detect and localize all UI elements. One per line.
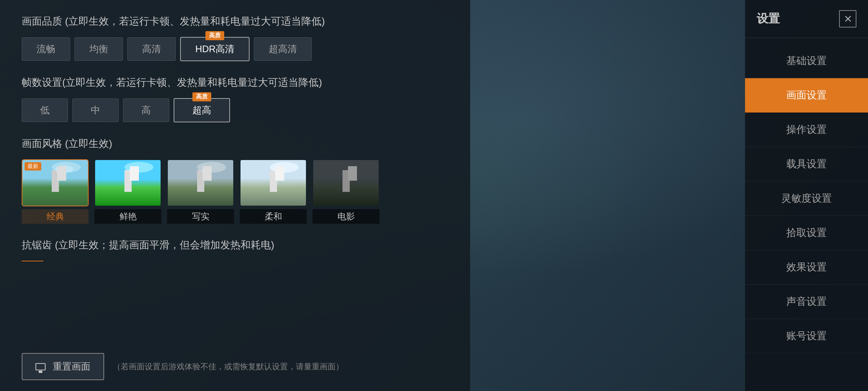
- antialias-section: 抗锯齿 (立即生效；提高画面平滑，但会增加发热和耗电): [22, 238, 448, 261]
- style-soft-thumb: [240, 159, 307, 206]
- main-panel: 画面品质 (立即生效，若运行卡顿、发热量和耗电量过大可适当降低) 流畅 均衡 高…: [0, 0, 470, 391]
- quality-balanced-btn[interactable]: 均衡: [75, 37, 123, 61]
- style-soft[interactable]: 柔和: [240, 159, 307, 224]
- sidebar-nav: 基础设置 画面设置 操作设置 载具设置 灵敏度设置 拾取设置 效果设置 声音设置…: [745, 38, 868, 391]
- quality-section: 画面品质 (立即生效，若运行卡顿、发热量和耗电量过大可适当降低) 流畅 均衡 高…: [22, 14, 448, 61]
- fps-medium-btn[interactable]: 中: [72, 98, 119, 122]
- quality-btn-row: 流畅 均衡 高清 高质 HDR高清 超高清: [22, 37, 448, 61]
- sidebar-item-operation[interactable]: 操作设置: [745, 113, 868, 147]
- sidebar-header: 设置 ✕: [745, 0, 868, 38]
- quality-hdr-btn[interactable]: 高质 HDR高清: [180, 37, 250, 61]
- style-realistic-thumb: [167, 159, 234, 206]
- quality-smooth-btn[interactable]: 流畅: [22, 37, 70, 61]
- style-grid: 最新 经典 鲜艳 写实: [22, 159, 448, 224]
- fps-ultra-badge: 高质: [192, 92, 211, 101]
- style-soft-label: 柔和: [240, 209, 307, 224]
- sidebar-item-sensitivity[interactable]: 灵敏度设置: [745, 181, 868, 216]
- sidebar-item-effects[interactable]: 效果设置: [745, 250, 868, 285]
- sidebar-title: 设置: [757, 11, 780, 27]
- quality-ultra-btn[interactable]: 超高清: [254, 37, 312, 61]
- antialias-title: 抗锯齿 (立即生效；提高画面平滑，但会增加发热和耗电): [22, 238, 448, 252]
- style-classic[interactable]: 最新 经典: [22, 159, 89, 224]
- fps-section: 帧数设置(立即生效，若运行卡顿、发热量和耗电量过大可适当降低) 低 中 高 高质…: [22, 76, 448, 122]
- style-cinematic-thumb: [312, 159, 379, 206]
- sidebar-item-pickup[interactable]: 拾取设置: [745, 216, 868, 250]
- sidebar-item-audio[interactable]: 声音设置: [745, 285, 868, 319]
- fps-title: 帧数设置(立即生效，若运行卡顿、发热量和耗电量过大可适当降低): [22, 76, 448, 89]
- style-title: 画面风格 (立即生效): [22, 137, 448, 151]
- sidebar-item-vehicle[interactable]: 载具设置: [745, 147, 868, 181]
- sidebar-item-display[interactable]: 画面设置: [745, 78, 868, 113]
- monitor-icon: [35, 363, 46, 370]
- fps-btn-row: 低 中 高 高质 超高: [22, 98, 448, 122]
- sidebar-item-basic[interactable]: 基础设置: [745, 44, 868, 78]
- fps-high-btn[interactable]: 高: [123, 98, 169, 122]
- fps-low-btn[interactable]: 低: [22, 98, 68, 122]
- style-vivid-thumb: [94, 159, 161, 206]
- reset-hint: （若画面设置后游戏体验不佳，或需恢复默认设置，请量重画面）: [113, 361, 344, 372]
- sidebar-item-account[interactable]: 账号设置: [745, 319, 868, 353]
- style-realistic[interactable]: 写实: [167, 159, 234, 224]
- hdr-badge: 高质: [205, 31, 224, 40]
- style-classic-label: 经典: [22, 209, 89, 224]
- bottom-bar: 重置画面 （若画面设置后游戏体验不佳，或需恢复默认设置，请量重画面）: [22, 353, 448, 380]
- reset-button[interactable]: 重置画面: [22, 353, 104, 380]
- style-section: 画面风格 (立即生效) 最新 经典: [22, 137, 448, 224]
- style-classic-thumb: 最新: [22, 159, 89, 206]
- style-vivid-label: 鲜艳: [94, 209, 161, 224]
- style-vivid[interactable]: 鲜艳: [94, 159, 161, 224]
- style-cinematic[interactable]: 电影: [312, 159, 379, 224]
- fps-ultra-btn[interactable]: 高质 超高: [174, 98, 230, 122]
- reset-btn-label: 重置画面: [53, 360, 90, 373]
- style-realistic-label: 写实: [167, 209, 234, 224]
- close-button[interactable]: ✕: [839, 10, 856, 28]
- quality-title: 画面品质 (立即生效，若运行卡顿、发热量和耗电量过大可适当降低): [22, 14, 448, 28]
- classic-badge: 最新: [25, 162, 41, 171]
- sidebar: 设置 ✕ 基础设置 画面设置 操作设置 载具设置 灵敏度设置 拾取设置 效果设置…: [745, 0, 868, 391]
- style-cinematic-label: 电影: [312, 209, 379, 224]
- antialias-divider: [22, 261, 43, 261]
- quality-hd-btn[interactable]: 高清: [127, 37, 176, 61]
